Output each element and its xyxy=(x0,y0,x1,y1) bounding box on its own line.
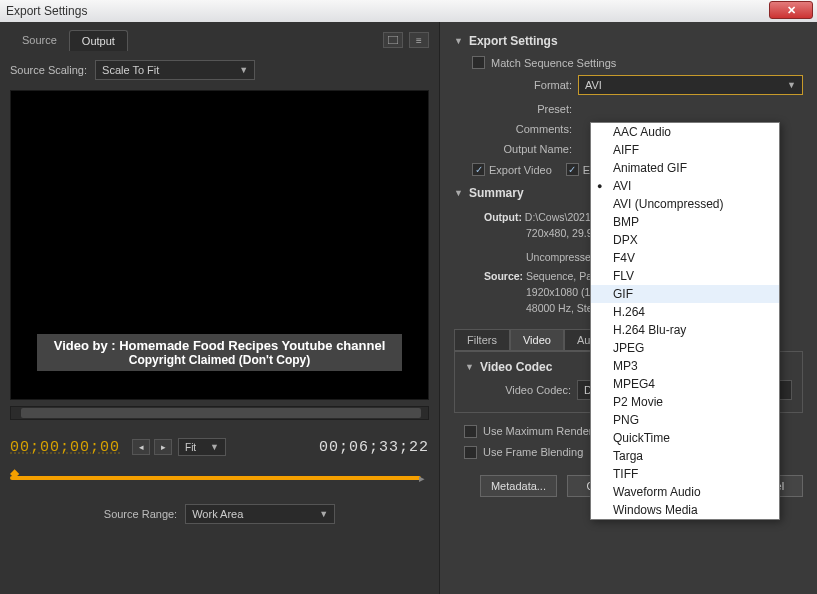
aspect-icon[interactable] xyxy=(383,32,403,48)
match-sequence-checkbox[interactable] xyxy=(472,56,485,69)
format-option-label: AVI (Uncompressed) xyxy=(613,197,723,211)
current-timecode[interactable]: 00;00;00;00 xyxy=(10,439,120,456)
format-option[interactable]: AAC Audio xyxy=(591,123,779,141)
format-option[interactable]: QuickTime xyxy=(591,429,779,447)
overlay-line2: Copyright Claimed (Don't Copy) xyxy=(45,353,394,367)
format-dropdown[interactable]: AVI ▼ xyxy=(578,75,803,95)
format-option-label: DPX xyxy=(613,233,638,247)
zoom-fit-dropdown[interactable]: Fit ▼ xyxy=(178,438,226,456)
format-label: Format: xyxy=(472,79,572,91)
format-option[interactable]: JPEG xyxy=(591,339,779,357)
format-option[interactable]: GIF xyxy=(591,285,779,303)
duration-timecode: 00;06;33;22 xyxy=(319,439,429,456)
format-option[interactable]: BMP xyxy=(591,213,779,231)
format-option[interactable]: PNG xyxy=(591,411,779,429)
frame-blending-label: Use Frame Blending xyxy=(483,446,583,458)
export-video-label: Export Video xyxy=(489,164,552,176)
format-option-label: MP3 xyxy=(613,359,638,373)
source-scaling-label: Source Scaling: xyxy=(10,64,87,76)
format-option[interactable]: FLV xyxy=(591,267,779,285)
step-fwd-button[interactable]: ▸ xyxy=(154,439,172,455)
match-sequence-label: Match Sequence Settings xyxy=(491,57,616,69)
format-option[interactable]: AVI (Uncompressed) xyxy=(591,195,779,213)
selected-bullet-icon: ● xyxy=(597,181,602,191)
format-option-label: Targa xyxy=(613,449,643,463)
frame-blending-checkbox[interactable] xyxy=(464,446,477,459)
titlebar: Export Settings ✕ xyxy=(0,0,817,22)
summary-output-label: Output: xyxy=(484,211,522,223)
export-audio-checkbox[interactable] xyxy=(566,163,579,176)
zoom-fit-value: Fit xyxy=(185,442,196,453)
format-option-label: MPEG4 xyxy=(613,377,655,391)
format-option[interactable]: H.264 Blu-ray xyxy=(591,321,779,339)
chevron-down-icon: ▼ xyxy=(239,65,248,75)
format-option-label: H.264 Blu-ray xyxy=(613,323,686,337)
chevron-down-icon: ▼ xyxy=(787,80,796,90)
format-option[interactable]: P2 Movie xyxy=(591,393,779,411)
format-option[interactable]: ●AVI xyxy=(591,177,779,195)
format-option[interactable]: H.264 xyxy=(591,303,779,321)
step-back-button[interactable]: ◂ xyxy=(132,439,150,455)
format-option-label: BMP xyxy=(613,215,639,229)
format-option-label: FLV xyxy=(613,269,634,283)
format-option-label: F4V xyxy=(613,251,635,265)
chevron-down-icon: ▼ xyxy=(210,442,219,452)
format-option-label: GIF xyxy=(613,287,633,301)
format-dropdown-list[interactable]: AAC AudioAIFFAnimated GIF●AVIAVI (Uncomp… xyxy=(590,122,780,520)
format-option-label: AIFF xyxy=(613,143,639,157)
format-option[interactable]: F4V xyxy=(591,249,779,267)
format-option-label: JPEG xyxy=(613,341,644,355)
video-codec-label: Video Codec: xyxy=(471,384,571,396)
timeline-end-marker[interactable]: ▸ xyxy=(419,472,425,485)
format-option[interactable]: Windows Media xyxy=(591,501,779,519)
source-scaling-value: Scale To Fit xyxy=(102,64,159,76)
format-option-label: TIFF xyxy=(613,467,638,481)
format-option-label: Windows Media xyxy=(613,503,698,517)
format-option-label: QuickTime xyxy=(613,431,670,445)
timeline[interactable]: ◆ ▸ xyxy=(10,466,429,490)
video-codec-header: Video Codec xyxy=(480,360,552,374)
preview-scrollbar[interactable] xyxy=(10,406,429,420)
export-video-checkbox[interactable] xyxy=(472,163,485,176)
format-option-label: AAC Audio xyxy=(613,125,671,139)
preset-label: Preset: xyxy=(472,103,572,115)
timeline-bar[interactable] xyxy=(10,476,421,480)
format-option[interactable]: AIFF xyxy=(591,141,779,159)
tab-output[interactable]: Output xyxy=(69,30,128,51)
svg-rect-0 xyxy=(388,36,398,44)
left-pane: Source Output ≡ Source Scaling: Scale To… xyxy=(0,22,440,594)
disclosure-icon[interactable]: ▼ xyxy=(454,188,463,198)
format-option[interactable]: Targa xyxy=(591,447,779,465)
format-option[interactable]: DPX xyxy=(591,231,779,249)
format-value: AVI xyxy=(585,79,602,91)
tab-video[interactable]: Video xyxy=(510,329,564,351)
output-name-label: Output Name: xyxy=(472,143,572,155)
preview-overlay-text: Video by : Homemade Food Recipes Youtube… xyxy=(37,334,402,371)
format-option-label: AVI xyxy=(613,179,631,193)
format-option-label: Animated GIF xyxy=(613,161,687,175)
source-range-label: Source Range: xyxy=(104,508,177,520)
summary-header: Summary xyxy=(469,186,524,200)
tab-source[interactable]: Source xyxy=(10,30,69,50)
summary-source-label: Source: xyxy=(484,270,523,282)
metadata-button[interactable]: Metadata... xyxy=(480,475,557,497)
disclosure-icon[interactable]: ▼ xyxy=(465,362,474,372)
format-option-label: H.264 xyxy=(613,305,645,319)
format-option[interactable]: Waveform Audio xyxy=(591,483,779,501)
format-option[interactable]: MPEG4 xyxy=(591,375,779,393)
source-range-dropdown[interactable]: Work Area ▼ xyxy=(185,504,335,524)
format-option[interactable]: TIFF xyxy=(591,465,779,483)
format-option-label: Waveform Audio xyxy=(613,485,701,499)
format-option[interactable]: MP3 xyxy=(591,357,779,375)
source-range-value: Work Area xyxy=(192,508,243,520)
source-scaling-dropdown[interactable]: Scale To Fit ▼ xyxy=(95,60,255,80)
disclosure-icon[interactable]: ▼ xyxy=(454,36,463,46)
format-option-label: P2 Movie xyxy=(613,395,663,409)
window-title: Export Settings xyxy=(6,4,87,18)
panel-menu-icon[interactable]: ≡ xyxy=(409,32,429,48)
video-preview: Video by : Homemade Food Recipes Youtube… xyxy=(10,90,429,400)
format-option[interactable]: Animated GIF xyxy=(591,159,779,177)
close-button[interactable]: ✕ xyxy=(769,1,813,19)
max-render-checkbox[interactable] xyxy=(464,425,477,438)
tab-filters[interactable]: Filters xyxy=(454,329,510,351)
